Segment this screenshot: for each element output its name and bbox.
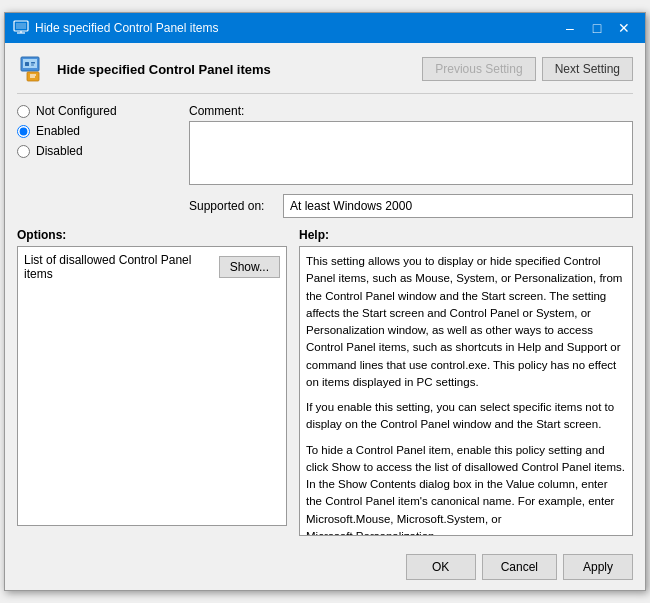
svg-rect-1: [16, 23, 26, 29]
radio-enabled-label: Enabled: [36, 124, 80, 138]
header-title: Hide specified Control Panel items: [57, 62, 422, 77]
minimize-button[interactable]: –: [557, 15, 583, 41]
two-col-section: Options: List of disallowed Control Pane…: [17, 228, 633, 536]
options-title: Options:: [17, 228, 287, 242]
close-button[interactable]: ✕: [611, 15, 637, 41]
header-buttons: Previous Setting Next Setting: [422, 57, 633, 81]
svg-rect-7: [31, 62, 35, 64]
options-item: List of disallowed Control Panel items S…: [24, 253, 280, 281]
help-paragraph-1: This setting allows you to display or hi…: [306, 253, 626, 391]
supported-value-text: At least Windows 2000: [290, 199, 412, 213]
radio-not-configured-label: Not Configured: [36, 104, 117, 118]
title-bar: Hide specified Control Panel items – □ ✕: [5, 13, 645, 43]
options-column: Options: List of disallowed Control Pane…: [17, 228, 287, 536]
main-layout: Not Configured Enabled Disabled Comment:: [17, 104, 633, 218]
svg-rect-6: [25, 62, 29, 66]
radio-disabled[interactable]: Disabled: [17, 144, 177, 158]
main-window: Hide specified Control Panel items – □ ✕: [4, 12, 646, 591]
radio-enabled[interactable]: Enabled: [17, 124, 177, 138]
footer: OK Cancel Apply: [5, 546, 645, 590]
svg-rect-8: [31, 65, 34, 66]
maximize-button[interactable]: □: [584, 15, 610, 41]
window-icon: [13, 20, 29, 36]
left-panel: Not Configured Enabled Disabled: [17, 104, 177, 218]
title-bar-text: Hide specified Control Panel items: [35, 21, 557, 35]
supported-row: Supported on: At least Windows 2000: [189, 194, 633, 218]
apply-button[interactable]: Apply: [563, 554, 633, 580]
cancel-button[interactable]: Cancel: [482, 554, 557, 580]
options-box: List of disallowed Control Panel items S…: [17, 246, 287, 526]
options-item-label: List of disallowed Control Panel items: [24, 253, 219, 281]
radio-group: Not Configured Enabled Disabled: [17, 104, 177, 158]
comment-textarea[interactable]: [189, 121, 633, 185]
supported-value: At least Windows 2000: [283, 194, 633, 218]
header-icon: [17, 53, 49, 85]
radio-not-configured[interactable]: Not Configured: [17, 104, 177, 118]
radio-disabled-input[interactable]: [17, 145, 30, 158]
radio-disabled-label: Disabled: [36, 144, 83, 158]
radio-enabled-input[interactable]: [17, 125, 30, 138]
header-row: Hide specified Control Panel items Previ…: [17, 53, 633, 94]
supported-label: Supported on:: [189, 199, 277, 213]
help-paragraph-3: To hide a Control Panel item, enable thi…: [306, 442, 626, 537]
title-bar-controls: – □ ✕: [557, 15, 637, 41]
right-panel: Comment: Supported on: At least Windows …: [189, 104, 633, 218]
help-box[interactable]: This setting allows you to display or hi…: [299, 246, 633, 536]
next-setting-button[interactable]: Next Setting: [542, 57, 633, 81]
comment-label: Comment:: [189, 104, 633, 118]
ok-button[interactable]: OK: [406, 554, 476, 580]
radio-not-configured-input[interactable]: [17, 105, 30, 118]
show-button[interactable]: Show...: [219, 256, 280, 278]
help-paragraph-2: If you enable this setting, you can sele…: [306, 399, 626, 434]
content-area: Hide specified Control Panel items Previ…: [5, 43, 645, 546]
prev-setting-button[interactable]: Previous Setting: [422, 57, 535, 81]
help-title: Help:: [299, 228, 633, 242]
help-column: Help: This setting allows you to display…: [299, 228, 633, 536]
